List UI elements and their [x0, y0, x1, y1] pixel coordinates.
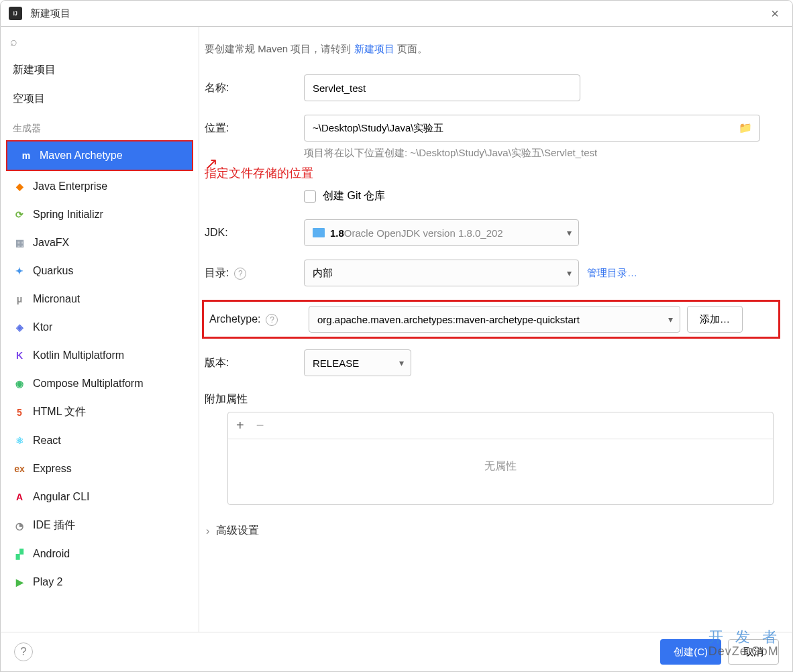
- chevron-right-icon: ›: [206, 525, 209, 537]
- react-icon: ⚛: [13, 434, 26, 447]
- generator-label: Ktor: [33, 321, 52, 333]
- remove-attr-icon[interactable]: −: [256, 418, 264, 433]
- label-version: 版本:: [205, 356, 304, 370]
- play-2-icon: ▶: [13, 575, 26, 589]
- generator-label: Compose Multiplatform: [33, 378, 144, 390]
- sidebar-generator-ide-插件[interactable]: ◔IDE 插件: [1, 511, 199, 540]
- git-checkbox[interactable]: [304, 190, 316, 203]
- generator-label: Kotlin Multiplatform: [33, 349, 124, 361]
- jdk-dropdown[interactable]: 1.8 Oracle OpenJDK version 1.8.0_202: [304, 219, 579, 246]
- advanced-label: 高级设置: [216, 524, 259, 538]
- label-name: 名称:: [205, 81, 304, 95]
- compose-multiplatform-icon: ◉: [13, 377, 26, 390]
- catalog-dropdown[interactable]: 内部: [304, 260, 579, 286]
- sidebar-generator-compose-multiplatform[interactable]: ◉Compose Multiplatform: [1, 370, 199, 398]
- annotation-arrow-icon: ↗: [205, 154, 218, 173]
- sidebar-section-generators: 生成器: [1, 113, 199, 139]
- sidebar-empty-project[interactable]: 空项目: [1, 85, 199, 113]
- sidebar-generator-express[interactable]: exExpress: [1, 455, 199, 483]
- label-catalog: 目录:?: [205, 266, 304, 280]
- create-button[interactable]: 创建(C): [660, 639, 721, 665]
- sidebar-generator-spring-initializr[interactable]: ⟳Spring Initializr: [1, 201, 199, 229]
- sidebar-generator-react[interactable]: ⚛React: [1, 427, 199, 455]
- generator-label: IDE 插件: [33, 518, 75, 533]
- generator-label: Micronaut: [33, 293, 80, 305]
- annotation-text: 指定文件存储的位置: [205, 166, 313, 180]
- app-icon: [9, 7, 22, 20]
- dialog-body: ⌕ 新建项目 空项目 生成器 mMaven Archetype◆Java Ent…: [0, 27, 793, 644]
- html-文件-icon: 5: [13, 406, 26, 419]
- generator-label: Play 2: [33, 576, 62, 588]
- search-icon: ⌕: [10, 35, 17, 48]
- help-button[interactable]: ?: [14, 642, 33, 661]
- java-enterprise-icon: ◆: [13, 180, 26, 193]
- sidebar-generator-java-enterprise[interactable]: ◆Java Enterprise: [1, 172, 199, 201]
- intro-link[interactable]: 新建项目: [354, 43, 394, 54]
- cancel-button[interactable]: 取消: [728, 639, 779, 665]
- jdk-version: 1.8: [330, 227, 344, 239]
- attrs-empty: 无属性: [228, 439, 773, 504]
- sidebar-generator-quarkus[interactable]: ✦Quarkus: [1, 257, 199, 285]
- label-archetype: Archetype:?: [209, 313, 309, 326]
- ktor-icon: ◈: [13, 321, 26, 334]
- help-icon[interactable]: ?: [266, 314, 278, 326]
- attrs-box: + − 无属性: [227, 412, 774, 505]
- manage-catalog-link[interactable]: 管理目录…: [587, 267, 637, 280]
- git-checkbox-label: 创建 Git 仓库: [323, 189, 385, 203]
- intro-suffix: 页面。: [394, 43, 427, 54]
- sidebar-generator-micronaut[interactable]: μMicronaut: [1, 285, 199, 313]
- sidebar-generator-html-文件[interactable]: 5HTML 文件: [1, 398, 199, 427]
- micronaut-icon: μ: [13, 292, 26, 306]
- generator-label: Express: [33, 463, 72, 475]
- spring-initializr-icon: ⟳: [13, 208, 26, 221]
- name-input[interactable]: [304, 74, 580, 101]
- sidebar-generator-android[interactable]: ▞Android: [1, 540, 199, 568]
- sidebar-generator-angular-cli[interactable]: AAngular CLI: [1, 483, 199, 511]
- kotlin-multiplatform-icon: K: [13, 349, 26, 362]
- titlebar: 新建项目 ×: [0, 0, 793, 27]
- sidebar-generator-maven-archetype[interactable]: mMaven Archetype: [7, 142, 192, 170]
- close-icon[interactable]: ×: [765, 6, 784, 21]
- sidebar-generator-javafx[interactable]: ▦JavaFX: [1, 229, 199, 257]
- main-panel: 要创建常规 Maven 项目，请转到 新建项目 页面。 名称: 位置: 📁 项目…: [199, 27, 792, 644]
- add-attr-icon[interactable]: +: [236, 418, 244, 433]
- generator-label: Android: [33, 548, 70, 560]
- label-jdk: JDK:: [205, 227, 304, 239]
- javafx-icon: ▦: [13, 236, 26, 249]
- add-archetype-button[interactable]: 添加…: [687, 306, 743, 333]
- generator-label: Angular CLI: [33, 491, 90, 503]
- location-hint: 项目将在以下位置创建: ~\Desktop\Study\Java\实验五\Ser…: [304, 147, 783, 160]
- maven-archetype-icon: m: [19, 149, 33, 162]
- quarkus-icon: ✦: [13, 264, 26, 278]
- help-icon[interactable]: ?: [234, 268, 246, 280]
- search-row[interactable]: ⌕: [1, 27, 199, 56]
- generator-label: Java Enterprise: [33, 180, 107, 192]
- angular-cli-icon: A: [13, 490, 26, 504]
- generator-label: Maven Archetype: [40, 150, 123, 162]
- section-attrs: 附加属性: [205, 392, 783, 406]
- footer: ? 创建(C) 取消: [0, 632, 793, 672]
- generator-label: HTML 文件: [33, 405, 86, 419]
- express-icon: ex: [13, 462, 26, 475]
- folder-icon[interactable]: 📁: [739, 121, 752, 134]
- location-input[interactable]: [304, 115, 760, 142]
- sidebar-generator-ktor[interactable]: ◈Ktor: [1, 313, 199, 341]
- archetype-highlight: Archetype:? org.apache.maven.archetypes:…: [202, 300, 780, 339]
- sidebar: ⌕ 新建项目 空项目 生成器 mMaven Archetype◆Java Ent…: [1, 27, 199, 644]
- label-location: 位置:: [205, 121, 304, 135]
- intro-prefix: 要创建常规 Maven 项目，请转到: [205, 43, 354, 54]
- android-icon: ▞: [13, 547, 26, 561]
- generator-label: JavaFX: [33, 237, 69, 249]
- version-dropdown[interactable]: RELEASE: [304, 349, 411, 376]
- sidebar-generator-kotlin-multiplatform[interactable]: KKotlin Multiplatform: [1, 341, 199, 370]
- ide-插件-icon: ◔: [13, 519, 26, 533]
- generator-label: Spring Initializr: [33, 209, 103, 221]
- annotation-location: ↗ 指定文件存储的位置: [205, 165, 783, 181]
- generator-label: React: [33, 435, 61, 447]
- sidebar-generator-play-2[interactable]: ▶Play 2: [1, 568, 199, 596]
- sidebar-new-project[interactable]: 新建项目: [1, 56, 199, 85]
- archetype-dropdown[interactable]: org.apache.maven.archetypes:maven-archet…: [309, 306, 680, 333]
- advanced-settings[interactable]: › 高级设置: [206, 524, 783, 538]
- generator-label: Quarkus: [33, 265, 73, 277]
- window-title: 新建项目: [30, 7, 70, 20]
